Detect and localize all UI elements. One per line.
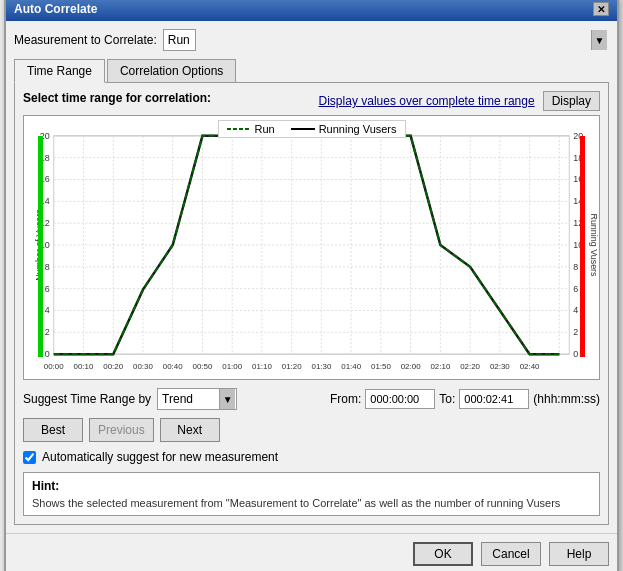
window-body: Measurement to Correlate: Run ▼ Time Ran… (6, 21, 617, 533)
legend-vusers-label: Running Vusers (319, 123, 397, 135)
display-link[interactable]: Display values over complete time range (319, 94, 535, 108)
svg-text:00:10: 00:10 (74, 362, 94, 371)
svg-text:01:20: 01:20 (282, 362, 302, 371)
tabs: Time Range Correlation Options (14, 59, 609, 83)
from-label: From: (330, 392, 361, 406)
red-bar-right[interactable] (580, 136, 585, 357)
suggest-select-wrapper: Trend All None ▼ (157, 388, 237, 410)
cancel-button[interactable]: Cancel (481, 542, 541, 566)
close-button[interactable]: ✕ (593, 2, 609, 16)
auto-suggest-row: Automatically suggest for new measuremen… (23, 450, 600, 464)
window-title: Auto Correlate (14, 2, 97, 16)
svg-text:Running Vusers: Running Vusers (589, 213, 599, 277)
display-button[interactable]: Display (543, 91, 600, 111)
title-bar: Auto Correlate ✕ (6, 0, 617, 21)
chart-svg: 0 2 4 6 8 10 12 14 16 18 20 0 2 4 6 8 (24, 116, 599, 379)
svg-text:02:30: 02:30 (490, 362, 510, 371)
green-bar-left[interactable] (38, 136, 43, 357)
chart-container: Run Running Vusers (23, 115, 600, 380)
suggest-row: Suggest Time Range by Trend All None ▼ F… (23, 388, 600, 410)
legend-running-vusers: Running Vusers (291, 123, 397, 135)
svg-text:0: 0 (45, 349, 50, 359)
auto-suggest-checkbox[interactable] (23, 451, 36, 464)
svg-text:02:20: 02:20 (460, 362, 480, 371)
section-title: Select time range for correlation: (23, 91, 211, 105)
svg-text:02:00: 02:00 (401, 362, 421, 371)
measurement-select-wrapper: Run ▼ (163, 29, 609, 51)
svg-text:01:40: 01:40 (341, 362, 361, 371)
tab-correlation-options[interactable]: Correlation Options (107, 59, 236, 82)
from-to-row: From: To: (hhh:mm:ss) (330, 389, 600, 409)
to-input[interactable] (459, 389, 529, 409)
units-label: (hhh:mm:ss) (533, 392, 600, 406)
auto-correlate-window: Auto Correlate ✕ Measurement to Correlat… (4, 0, 619, 571)
svg-text:8: 8 (45, 262, 50, 272)
measurement-row: Measurement to Correlate: Run ▼ (14, 29, 609, 51)
action-buttons-row: Best Previous Next (23, 418, 600, 442)
tab-time-range[interactable]: Time Range (14, 59, 105, 83)
svg-text:01:00: 01:00 (222, 362, 242, 371)
svg-text:6: 6 (45, 284, 50, 294)
bottom-buttons: OK Cancel Help (6, 533, 617, 571)
legend-run: Run (226, 123, 274, 135)
svg-text:4: 4 (45, 305, 50, 315)
legend-run-line-icon (226, 124, 250, 134)
svg-text:00:40: 00:40 (163, 362, 183, 371)
chart-header-row: Select time range for correlation: Displ… (23, 91, 600, 111)
legend-vusers-line-icon (291, 124, 315, 134)
svg-text:6: 6 (573, 284, 578, 294)
svg-text:2: 2 (45, 327, 50, 337)
to-label: To: (439, 392, 455, 406)
next-button[interactable]: Next (160, 418, 220, 442)
measurement-select-arrow: ▼ (591, 30, 607, 50)
legend-run-label: Run (254, 123, 274, 135)
svg-text:00:20: 00:20 (103, 362, 123, 371)
display-area: Display values over complete time range … (319, 91, 600, 111)
measurement-select[interactable]: Run (163, 29, 196, 51)
svg-text:01:50: 01:50 (371, 362, 391, 371)
hint-title: Hint: (32, 479, 591, 493)
hint-text: Shows the selected measurement from "Mea… (32, 497, 591, 509)
svg-text:02:40: 02:40 (520, 362, 540, 371)
auto-suggest-label: Automatically suggest for new measuremen… (42, 450, 278, 464)
chart-legend: Run Running Vusers (217, 120, 405, 138)
best-button[interactable]: Best (23, 418, 83, 442)
svg-text:02:10: 02:10 (430, 362, 450, 371)
svg-text:4: 4 (573, 305, 578, 315)
svg-text:01:10: 01:10 (252, 362, 272, 371)
svg-text:2: 2 (573, 327, 578, 337)
svg-text:01:30: 01:30 (312, 362, 332, 371)
suggest-label: Suggest Time Range by (23, 392, 151, 406)
svg-text:0: 0 (573, 349, 578, 359)
svg-text:00:50: 00:50 (193, 362, 213, 371)
measurement-label: Measurement to Correlate: (14, 33, 157, 47)
svg-text:00:30: 00:30 (133, 362, 153, 371)
ok-button[interactable]: OK (413, 542, 473, 566)
svg-text:8: 8 (573, 262, 578, 272)
from-input[interactable] (365, 389, 435, 409)
help-button[interactable]: Help (549, 542, 609, 566)
title-bar-buttons: ✕ (593, 2, 609, 16)
tab-content: Select time range for correlation: Displ… (14, 83, 609, 525)
previous-button[interactable]: Previous (89, 418, 154, 442)
svg-text:00:00: 00:00 (44, 362, 64, 371)
suggest-select[interactable]: Trend All None (157, 388, 237, 410)
hint-box: Hint: Shows the selected measurement fro… (23, 472, 600, 516)
